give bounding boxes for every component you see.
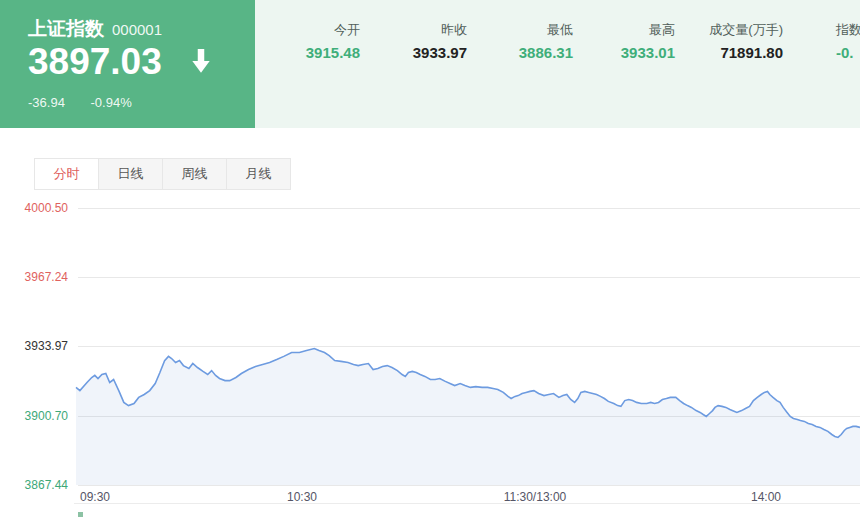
down-arrow-icon	[190, 49, 212, 75]
stat-label: 成交量(万手)	[663, 21, 783, 39]
stat-value: -0.	[836, 44, 860, 61]
x-axis-label: 10:30	[272, 490, 332, 504]
index-title-row: 上证指数000001	[28, 16, 162, 42]
tab-daily[interactable]: 日线	[99, 159, 163, 189]
index-price-row: 3897.03	[28, 42, 212, 82]
tab-minute[interactable]: 分时	[35, 159, 99, 189]
stat-day-high: 最高 3933.01	[585, 0, 675, 128]
index-name: 上证指数	[28, 18, 104, 39]
stat-value: 3933.97	[377, 44, 467, 61]
stat-today-open: 今开 3915.48	[270, 0, 360, 128]
price-line-chart[interactable]	[0, 195, 860, 520]
intraday-chart: 4000.50 3967.24 3933.97 3900.70 3867.44 …	[0, 195, 860, 520]
stat-volume: 成交量(万手) 71891.80	[663, 0, 783, 128]
axis-divider	[74, 503, 860, 504]
x-axis-label: 11:30/13:00	[495, 490, 575, 504]
index-quote-block: 上证指数000001 3897.03 -36.94 -0.94%	[0, 0, 255, 128]
stat-value: 3933.01	[585, 44, 675, 61]
stat-label: 昨收	[377, 21, 467, 39]
stock-index-page: 上证指数000001 3897.03 -36.94 -0.94% 今开 3915…	[0, 0, 860, 520]
stat-prev-close: 昨收 3933.97	[377, 0, 467, 128]
x-axis-label: 14:00	[736, 490, 796, 504]
stat-label: 指数	[836, 21, 860, 39]
stat-label: 最高	[585, 21, 675, 39]
stat-label: 今开	[270, 21, 360, 39]
price-area-fill	[76, 349, 860, 486]
index-change-row: -36.94 -0.94%	[28, 95, 154, 110]
volume-bar	[78, 512, 83, 517]
stat-day-low: 最低 3886.31	[483, 0, 573, 128]
stat-value: 3915.48	[270, 44, 360, 61]
stat-value: 71891.80	[663, 44, 783, 61]
stat-index-clipped: 指数 -0.	[836, 0, 860, 128]
stat-label: 最低	[483, 21, 573, 39]
chart-period-tabs: 分时 日线 周线 月线	[34, 158, 291, 190]
index-quote-header: 上证指数000001 3897.03 -36.94 -0.94% 今开 3915…	[0, 0, 860, 128]
index-price: 3897.03	[28, 42, 162, 82]
index-code: 000001	[112, 21, 162, 38]
tab-weekly[interactable]: 周线	[163, 159, 227, 189]
stat-value: 3886.31	[483, 44, 573, 61]
index-change: -36.94	[28, 95, 65, 110]
index-change-pct: -0.94%	[91, 95, 132, 110]
x-axis-label: 09:30	[80, 490, 110, 504]
tab-monthly[interactable]: 月线	[227, 159, 290, 189]
